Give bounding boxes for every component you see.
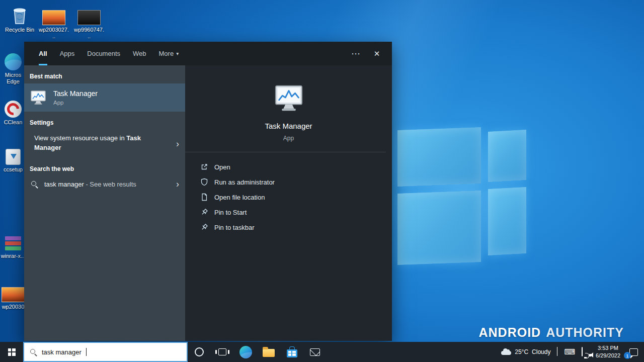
clock-date: 6/29/2022	[596, 352, 620, 359]
shield-icon	[200, 178, 208, 186]
pin-icon	[200, 223, 208, 231]
winrar-icon	[5, 235, 21, 251]
chevron-right-icon: ›	[176, 179, 179, 189]
desktop-icon-label: wp2003027...	[38, 27, 69, 39]
watermark-text: ANDROID	[479, 325, 541, 340]
settings-header: Settings	[24, 112, 185, 130]
desktop-icon-microsoft-edge[interactable]: Micros Edge	[0, 48, 26, 84]
search-icon	[30, 348, 37, 356]
desktop-icon-wp20030[interactable]: wp20030	[0, 280, 26, 310]
desktop-icon-recycle-bin[interactable]: Recycle Bin	[4, 3, 35, 33]
edge-browser-icon	[5, 53, 22, 70]
task-view-icon	[218, 348, 226, 355]
network-button[interactable]	[582, 347, 583, 356]
mail-icon	[310, 348, 320, 356]
taskbar-clock[interactable]: 3:53 PM 6/29/2022	[596, 344, 620, 359]
tab-apps[interactable]: Apps	[60, 42, 75, 65]
desktop-icon-ccleaner[interactable]: CClean	[0, 96, 26, 126]
tab-more[interactable]: More ▾	[159, 42, 179, 65]
taskbar-search-input[interactable]: task manager	[23, 342, 188, 362]
desktop-icon-wallpaper-2[interactable]: wp9960747...	[73, 3, 105, 39]
weather-temp: 25°C	[515, 348, 528, 355]
action-label: Open file location	[214, 194, 265, 201]
action-open[interactable]: Open	[200, 159, 392, 174]
weather-widget[interactable]: 25°C Cloudy	[501, 348, 550, 355]
show-hidden-icons-button[interactable]	[557, 347, 557, 356]
taskbar-edge-button[interactable]	[234, 342, 257, 362]
preview-actions-list: Open Run as administrator Open file	[185, 152, 392, 235]
web-result-query: task manager	[44, 180, 84, 188]
tab-web[interactable]: Web	[133, 42, 146, 65]
search-icon	[31, 180, 38, 188]
notification-badge: 1	[624, 352, 631, 359]
action-run-as-administrator[interactable]: Run as administrator	[200, 174, 392, 190]
watermark-text: AUTHORITY	[546, 325, 624, 340]
cloudy-weather-icon	[501, 351, 511, 355]
taskbar: task manager 25°C Cloudy	[0, 342, 644, 362]
action-open-file-location[interactable]: Open file location	[200, 190, 392, 205]
tab-documents[interactable]: Documents	[87, 42, 120, 65]
more-options-button[interactable]: ⋯	[347, 42, 364, 65]
file-location-icon	[200, 193, 208, 201]
taskbar-mail-button[interactable]	[303, 342, 327, 362]
action-center-button[interactable]: 1	[627, 346, 640, 357]
action-pin-to-start[interactable]: Pin to Start	[200, 205, 392, 220]
chevron-up-icon	[557, 347, 557, 356]
keyboard-icon: ⌨	[564, 347, 575, 356]
web-result-task-manager[interactable]: task manager - See web results ›	[24, 176, 185, 193]
image-thumbnail-icon	[2, 287, 25, 302]
result-subtitle: App	[53, 100, 98, 106]
task-manager-icon	[30, 89, 47, 106]
chevron-down-icon: ▾	[176, 51, 179, 56]
text-caret	[86, 348, 87, 356]
search-preview-pane: Task Manager App Open	[185, 65, 392, 341]
search-tabs-bar: All Apps Documents Web More ▾ ⋯ ✕	[24, 42, 392, 65]
desktop-icon-wallpaper-1[interactable]: wp2003027...	[38, 3, 69, 39]
task-view-button[interactable]	[211, 342, 234, 362]
windows-logo-pane	[488, 130, 526, 182]
tab-all[interactable]: All	[39, 42, 47, 65]
settings-result-text: View system resource usage in Task Manag…	[34, 134, 152, 153]
taskbar-store-button[interactable]	[280, 342, 303, 362]
cortana-icon	[195, 347, 204, 356]
desktop-icon-winrar[interactable]: winrar-x...	[0, 229, 26, 259]
taskbar-search-value: task manager	[42, 348, 82, 356]
desktop-icon-ccsetup[interactable]: ccsetup	[0, 143, 26, 173]
pin-icon	[200, 208, 208, 216]
close-icon[interactable]: ✕	[368, 42, 386, 65]
desktop-icon-label: Recycle Bin	[4, 27, 35, 33]
settings-result-resource-usage[interactable]: View system resource usage in Task Manag…	[24, 130, 185, 158]
weather-condition: Cloudy	[532, 348, 550, 355]
best-match-header: Best match	[24, 65, 185, 83]
tab-more-label: More	[159, 50, 174, 57]
desktop-icon-label: Micros Edge	[0, 72, 26, 84]
installer-box-icon	[6, 149, 21, 165]
action-label: Open	[214, 163, 230, 171]
action-label: Run as administrator	[214, 178, 275, 186]
desktop-background: Recycle Bin wp2003027... wp9960747... Mi…	[0, 0, 644, 362]
search-results-list: Best match Task Manager App Settings	[24, 65, 185, 341]
touch-keyboard-button[interactable]: ⌨	[564, 347, 575, 356]
image-thumbnail-icon	[42, 10, 65, 25]
network-icon	[582, 347, 583, 356]
best-match-result-task-manager[interactable]: Task Manager App	[24, 83, 185, 112]
action-label: Pin to taskbar	[214, 224, 255, 231]
recycle-bin-icon	[4, 3, 35, 25]
desktop-icon-label: winrar-x...	[0, 253, 26, 259]
web-result-suffix: - See web results	[84, 180, 136, 188]
taskbar-file-explorer-button[interactable]	[257, 342, 280, 362]
start-button[interactable]	[0, 342, 23, 362]
cortana-button[interactable]	[188, 342, 211, 362]
android-authority-watermark: ANDROID AUTHORITY	[479, 325, 624, 340]
action-pin-to-taskbar[interactable]: Pin to taskbar	[200, 220, 392, 235]
search-the-web-header: Search the web	[24, 158, 185, 176]
windows-logo-pane	[488, 187, 526, 255]
search-flyout-panel: All Apps Documents Web More ▾ ⋯ ✕ Best m…	[24, 42, 392, 341]
open-icon	[200, 163, 208, 171]
desktop-icon-label: ccsetup	[0, 166, 26, 173]
file-explorer-icon	[263, 349, 275, 357]
microsoft-store-icon	[287, 349, 297, 357]
desktop-icon-label: CClean	[0, 119, 26, 126]
preview-title: Task Manager	[265, 122, 312, 130]
task-manager-icon	[273, 82, 304, 114]
